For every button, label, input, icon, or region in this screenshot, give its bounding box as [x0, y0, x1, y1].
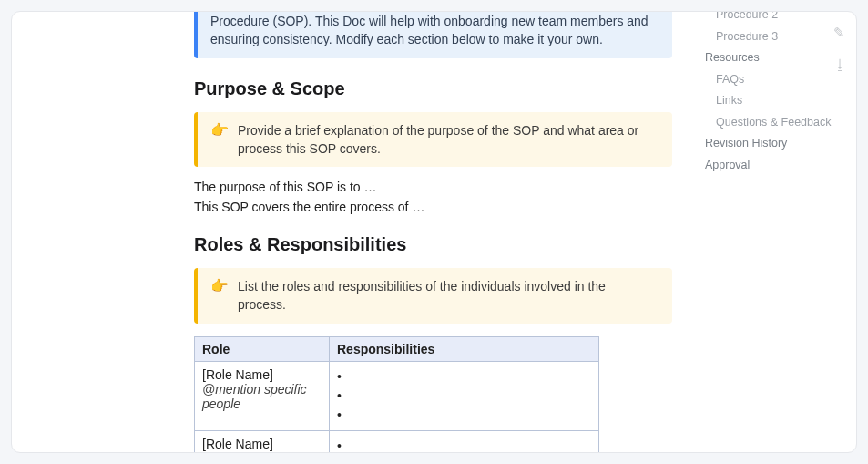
- purpose-scope-heading: Purpose & Scope: [194, 78, 672, 99]
- intro-callout-text: Procedure (SOP). This Doc will help with…: [210, 12, 656, 49]
- bullet: •: [337, 387, 591, 406]
- role-cell[interactable]: [Role Name] @mention specific people: [195, 430, 330, 452]
- outline-sidebar: ✎ ⭳ Procedure 2 Procedure 3 Resources FA…: [694, 12, 856, 452]
- col-role: Role: [195, 336, 330, 361]
- outline-item-approval[interactable]: Approval: [705, 155, 845, 177]
- table-row[interactable]: [Role Name] @mention specific people • •…: [195, 361, 599, 430]
- outline-item-resources[interactable]: Resources: [705, 47, 845, 69]
- edit-icon[interactable]: ✎: [833, 23, 847, 42]
- bullet: •: [337, 367, 591, 387]
- col-responsibilities: Responsibilities: [330, 336, 599, 361]
- table-header-row: Role Responsibilities: [195, 336, 599, 361]
- outline-item-procedure-2[interactable]: Procedure 2: [716, 11, 845, 26]
- bullet-list: • • •: [337, 367, 591, 425]
- resp-cell[interactable]: • • •: [330, 430, 599, 452]
- purpose-line-2[interactable]: This SOP covers the entire process of …: [194, 200, 672, 214]
- roles-callout-text: List the roles and responsibilities of t…: [238, 277, 656, 314]
- roles-callout: 👉 List the roles and responsibilities of…: [194, 268, 672, 324]
- purpose-line-1[interactable]: The purpose of this SOP is to …: [194, 180, 672, 194]
- document-main: Procedure (SOP). This Doc will help with…: [12, 12, 694, 452]
- download-icon[interactable]: ⭳: [833, 55, 847, 74]
- pointing-hand-icon: 👉: [210, 277, 229, 314]
- bullet-list: • • •: [337, 437, 591, 452]
- role-cell[interactable]: [Role Name] @mention specific people: [195, 361, 330, 430]
- outline-actions: ✎ ⭳: [833, 23, 847, 74]
- outline-item-procedure-3[interactable]: Procedure 3: [716, 26, 845, 48]
- document-window: Procedure (SOP). This Doc will help with…: [11, 11, 857, 453]
- intro-callout: Procedure (SOP). This Doc will help with…: [194, 12, 672, 58]
- bullet: •: [337, 437, 591, 452]
- role-name: [Role Name]: [202, 437, 273, 451]
- table-row[interactable]: [Role Name] @mention specific people • •…: [195, 430, 599, 452]
- pointing-hand-icon: 👉: [210, 121, 229, 159]
- outline-item-revision-history[interactable]: Revision History: [705, 133, 845, 155]
- role-name: [Role Name]: [202, 367, 273, 382]
- purpose-callout-text: Provide a brief explanation of the purpo…: [238, 121, 656, 159]
- roles-heading: Roles & Responsibilities: [194, 234, 672, 255]
- purpose-callout: 👉 Provide a brief explanation of the pur…: [194, 112, 672, 168]
- outline-item-questions-feedback[interactable]: Questions & Feedback: [716, 112, 845, 134]
- bullet: •: [337, 406, 591, 425]
- mention-placeholder: @mention specific people: [202, 382, 307, 411]
- roles-table[interactable]: Role Responsibilities [Role Name] @menti…: [194, 336, 599, 452]
- resp-cell[interactable]: • • •: [330, 361, 599, 430]
- outline-item-links[interactable]: Links: [716, 90, 845, 112]
- mention-placeholder: @mention specific people: [202, 451, 307, 452]
- outline-item-faqs[interactable]: FAQs: [716, 69, 845, 91]
